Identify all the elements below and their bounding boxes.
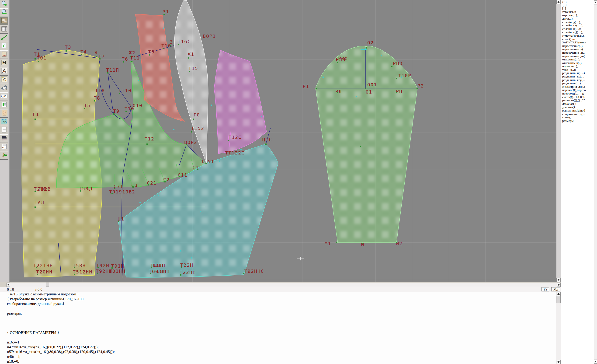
command-item[interactable]: поворот(()....""); <box>561 92 594 95</box>
command-item[interactable]: пересечение(..); <box>561 44 594 48</box>
command-item[interactable]: [ ] <box>561 7 594 10</box>
command-item[interactable]: разделить ксу(... <box>561 79 594 82</box>
editor-scroll-down-icon[interactable] <box>556 360 561 364</box>
point-marker <box>84 108 85 109</box>
page-export-button[interactable] <box>0 42 8 50</box>
command-panel-scrollbar[interactable] <box>594 0 597 364</box>
drawing-canvas[interactable]: Т1Т01Т3Т4ЖТ7Ж2Т11Т6Т6Т163Т16СЗ1ВОР1Ж1Т15… <box>9 0 557 282</box>
command-item[interactable]: разделить(....); <box>561 82 594 85</box>
editor-scroll-up-icon[interactable] <box>556 292 561 296</box>
editor-scroll-thumb[interactable] <box>556 296 561 303</box>
point-marker <box>315 88 317 89</box>
command-item[interactable]: дуга(...); <box>561 17 594 21</box>
scroll-down-icon[interactable] <box>557 278 561 282</box>
command-item[interactable]: отложить в(..); <box>561 61 594 65</box>
measure-line-button[interactable] <box>0 34 8 42</box>
pattern-pieces-button[interactable] <box>0 17 8 25</box>
point-label: О1 <box>366 90 372 94</box>
command-item[interactable]: симметрия л((),с <box>561 85 594 89</box>
point-label: ТТ10 <box>118 88 132 93</box>
model-photo-button[interactable] <box>0 109 8 118</box>
point-marker <box>118 221 119 222</box>
scroll-up-icon[interactable] <box>557 0 561 4</box>
point-marker <box>130 109 131 110</box>
m-tool-button[interactable]: M <box>0 59 8 67</box>
command-item[interactable]: пересечение д(.. <box>561 51 594 55</box>
rz-button[interactable]: Рз <box>542 287 549 292</box>
hscroll-thumb[interactable] <box>46 283 49 287</box>
editor-line: п40:=-4; <box>0 355 556 359</box>
exit-hand-button[interactable] <box>0 151 8 160</box>
zoom-out-button[interactable] <box>0 8 8 17</box>
command-item[interactable]: := ; <box>561 0 594 3</box>
command-item[interactable]: перенос((),отрезо <box>561 88 594 92</box>
command-item[interactable]: ЗАПИСАТЬ(имя= <box>561 41 594 44</box>
command-item[interactable]: нормаль(..); <box>561 65 594 68</box>
g-tool-button[interactable]: G <box>0 76 8 84</box>
point-label: Г0 <box>194 112 200 117</box>
g-tool-icon: G <box>1 76 8 84</box>
command-item[interactable]: :=точка(.); <box>561 10 594 14</box>
program-text-editor[interactable]: {4715 Блузка с асимметричным подрезом }{… <box>0 292 556 364</box>
command-item[interactable]: конец; <box>561 116 594 119</box>
size-chart-button[interactable] <box>0 101 8 109</box>
canvas-horizontal-scrollbar[interactable] <box>7 283 561 287</box>
curve-marker <box>365 48 366 49</box>
point-marker <box>188 57 189 59</box>
point-label: Т15 <box>189 66 198 71</box>
point-marker <box>38 61 39 62</box>
point-marker <box>396 242 397 243</box>
command-item[interactable]: удалить(); <box>561 105 594 109</box>
scroll-right-icon[interactable] <box>557 283 561 287</box>
command-item[interactable]: угол к(..); <box>561 68 594 72</box>
command-item[interactable]: сплайн д(....); <box>561 21 594 24</box>
command-item[interactable]: пересечение н(.. <box>561 47 594 51</box>
command-item[interactable]: если () то <box>561 38 594 41</box>
command-item[interactable]: сжать(()..,1.1.0.9. <box>561 95 594 99</box>
pattern-page-button[interactable] <box>0 50 8 59</box>
table-grid-button[interactable] <box>0 25 8 34</box>
command-item[interactable]: пересечение дн( <box>561 55 594 58</box>
point-label: ВОР1 <box>203 34 216 39</box>
command-item[interactable]: сплайн кк(.....); <box>561 24 594 27</box>
command-item[interactable]: сопряжение д(... <box>561 112 594 116</box>
point-marker <box>365 88 366 89</box>
point-label: Т4 <box>80 49 87 54</box>
alg-doc-icon: ALG <box>1 143 8 151</box>
command-item[interactable]: сплайн к[](....); <box>561 31 594 34</box>
command-item[interactable]: :=метка(точка(.).. <box>561 34 594 38</box>
command-item[interactable]: разделить н(.....) <box>561 71 594 75</box>
canvas-vertical-scrollbar[interactable] <box>557 0 561 282</box>
3d-view-button[interactable]: 3D <box>0 118 8 126</box>
command-item[interactable]: выполнить(dmod <box>561 109 594 112</box>
i66-label-button[interactable]: i_66. <box>0 92 8 101</box>
command-item[interactable]: отложить(...); <box>561 58 594 61</box>
point-label: Т6 <box>148 49 155 54</box>
command-item[interactable]: сплайн к(....); <box>561 27 594 31</box>
zoom-in-button[interactable] <box>0 0 8 8</box>
notebook-button[interactable] <box>0 135 8 143</box>
alg-doc-button[interactable]: ALG <box>0 143 8 151</box>
command-item[interactable]: ломаная(); <box>561 102 594 106</box>
command-item[interactable]: развести((),()..,"" <box>561 99 594 102</box>
point-label: Т92ННС <box>244 269 264 273</box>
cmd-scroll-up-icon[interactable] <box>594 0 597 4</box>
point-marker <box>191 131 192 133</box>
zoom-out-icon <box>1 9 8 16</box>
scroll-left-icon[interactable] <box>7 283 10 287</box>
notebook-icon <box>1 135 8 142</box>
command-item[interactable]: { } <box>561 3 594 7</box>
cmd-scroll-down-icon[interactable] <box>594 360 597 364</box>
table-grid-icon <box>1 26 8 33</box>
point-marker <box>65 50 67 52</box>
ruler-button[interactable]: 8 <box>0 84 8 92</box>
editor-scrollbar[interactable] <box>556 292 561 364</box>
command-item[interactable]: размеры; <box>561 119 594 123</box>
drafting-tool-button[interactable] <box>0 67 8 76</box>
piece-band-white[interactable] <box>174 0 208 163</box>
md-button[interactable]: Мд <box>551 287 560 292</box>
command-item[interactable]: отрезок( . ); <box>561 14 594 17</box>
command-item[interactable]: разделить кс(.... <box>561 75 594 79</box>
point-marker <box>74 267 75 268</box>
text-doc-button[interactable] <box>0 126 8 135</box>
